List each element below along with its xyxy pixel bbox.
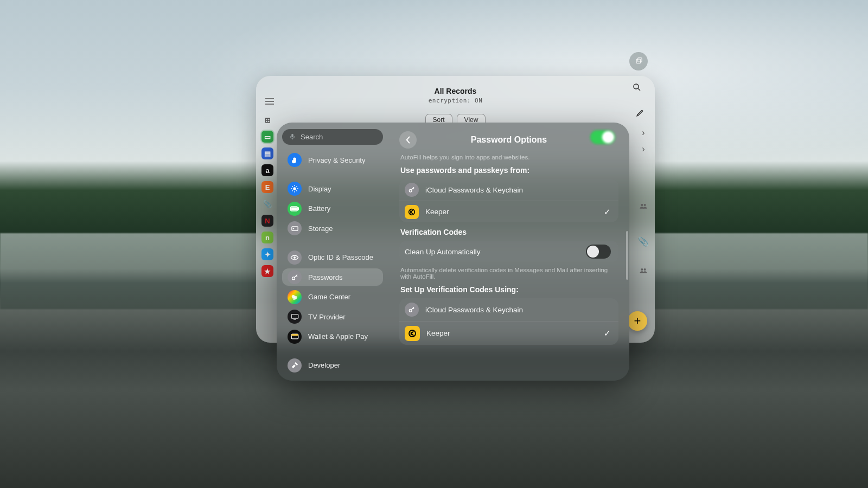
cleanup-hint: Automatically delete verification codes … (400, 267, 618, 280)
sidebar-item-label: Wallet & Apple Pay (308, 332, 368, 341)
svg-point-27 (292, 277, 295, 279)
search-placeholder: Search (301, 133, 323, 141)
sidebar-item-developer[interactable]: Developer (282, 356, 383, 374)
attach-icon[interactable]: 📎 (638, 236, 649, 247)
key-icon (405, 303, 419, 317)
rail-item[interactable]: ✦ (261, 248, 273, 260)
setup-provider-icloud[interactable]: iCloud Passwords & Keychain (399, 298, 618, 321)
hand-icon (288, 153, 302, 167)
svg-line-18 (296, 191, 297, 191)
sidebar-item-label: Game Center (308, 293, 350, 301)
svg-point-8 (644, 204, 646, 206)
chevron-right-icon[interactable]: › (642, 144, 644, 154)
sidebar-item-display[interactable]: Display (282, 180, 383, 198)
svg-point-30 (293, 297, 296, 300)
svg-point-26 (294, 256, 296, 258)
tv-icon (288, 310, 302, 324)
svg-point-9 (641, 268, 643, 271)
svg-point-10 (644, 268, 646, 271)
svg-point-25 (293, 228, 293, 229)
svg-line-19 (296, 187, 297, 187)
chevron-right-icon[interactable]: › (642, 128, 644, 138)
setup-provider-keeper[interactable]: Keeper ✓ (399, 321, 618, 345)
sidebar-item-optic[interactable]: Optic ID & Passcode (282, 248, 383, 266)
sidebar-item-battery[interactable]: Battery (282, 200, 383, 218)
svg-rect-24 (291, 227, 297, 231)
sidebar-item-wallet[interactable]: Wallet & Apple Pay (282, 328, 383, 345)
provider-keeper[interactable]: Keeper ✓ (399, 201, 618, 222)
add-button[interactable]: + (628, 311, 647, 331)
sidebar-item-label: Passwords (308, 273, 343, 281)
provider-label: Keeper (426, 329, 597, 337)
svg-rect-31 (291, 314, 298, 319)
sidebar-item-label: Display (308, 185, 331, 193)
autofill-toggle[interactable] (590, 130, 615, 144)
svg-point-36 (409, 209, 415, 215)
use-from-label: Use passwords and passkeys from: (400, 166, 617, 175)
svg-rect-0 (636, 59, 641, 63)
rail-item[interactable]: n (261, 232, 273, 243)
rail-item[interactable]: ▤ (261, 147, 273, 159)
sidebar-item-label: Developer (308, 361, 340, 369)
keeper-icon (405, 205, 419, 219)
sidebar-item-label: Privacy & Security (308, 156, 365, 164)
detail-title: Password Options (399, 135, 618, 145)
provider-label: iCloud Passwords & Keychain (425, 186, 611, 194)
svg-rect-1 (637, 57, 642, 62)
providers-group: iCloud Passwords & Keychain Keeper ✓ (399, 179, 618, 222)
storage-icon (288, 221, 302, 235)
rail-item[interactable]: ★ (261, 265, 273, 277)
records-subtitle: encryption: ON (256, 97, 655, 104)
sidebar-item-game-center[interactable]: Game Center (282, 288, 383, 306)
people-icon[interactable] (639, 267, 648, 274)
sun-icon (288, 182, 302, 196)
sidebar-item-label: Optic ID & Passcode (308, 253, 373, 261)
svg-point-35 (409, 189, 412, 192)
svg-point-7 (641, 204, 643, 206)
rail-item[interactable]: a (261, 164, 273, 176)
sidebar-item-storage[interactable]: Storage (282, 220, 383, 237)
detail-pane: Password Options AutoFill helps you sign… (387, 123, 629, 381)
records-title: All Records (256, 87, 655, 95)
svg-rect-11 (291, 134, 293, 137)
sidebar-item-tv-provider[interactable]: TV Provider (282, 308, 383, 326)
key-icon (288, 270, 302, 284)
window-control-button[interactable] (629, 52, 648, 70)
setup-label: Set Up Verification Codes Using: (400, 285, 617, 294)
rail-attach-icon[interactable]: 📎 (261, 198, 273, 210)
provider-label: Keeper (425, 208, 597, 216)
records-category-rail: ⊞ ▭ ▤ a E 📎 N n ✦ ★ (259, 114, 276, 277)
scrollbar[interactable] (626, 231, 628, 280)
search-input[interactable]: Search (282, 129, 383, 145)
cleanup-label: Clean Up Automatically (405, 248, 579, 256)
cleanup-row[interactable]: Clean Up Automatically (399, 241, 618, 262)
provider-icloud[interactable]: iCloud Passwords & Keychain (399, 179, 618, 201)
rail-item[interactable]: E (261, 181, 273, 193)
svg-line-17 (292, 187, 292, 187)
people-icon[interactable] (639, 203, 648, 209)
svg-rect-23 (291, 207, 297, 210)
rail-all-icon[interactable]: ⊞ (261, 114, 273, 126)
svg-line-20 (292, 191, 292, 191)
svg-rect-34 (291, 334, 298, 336)
keeper-icon (405, 326, 420, 341)
mic-icon (289, 133, 296, 140)
sidebar-item-passwords[interactable]: Passwords (282, 268, 383, 286)
svg-point-12 (293, 188, 296, 190)
autofill-hint: AutoFill helps you sign into apps and we… (400, 154, 618, 160)
sidebar-item-label: TV Provider (308, 313, 346, 321)
cleanup-toggle[interactable] (586, 245, 611, 259)
hammer-icon (288, 358, 302, 373)
provider-label: iCloud Passwords & Keychain (425, 306, 611, 314)
verification-label: Verification Codes (400, 228, 617, 236)
battery-icon (288, 202, 302, 216)
key-icon (405, 183, 419, 197)
check-icon: ✓ (604, 329, 611, 338)
sidebar-item-label: Battery (308, 204, 330, 213)
eye-icon (288, 251, 302, 265)
sidebar-item-label: Storage (308, 224, 333, 233)
rail-item[interactable]: N (261, 215, 273, 227)
rail-item[interactable]: ▭ (261, 131, 273, 143)
game-center-icon (288, 290, 302, 304)
sidebar-item-privacy[interactable]: Privacy & Security (282, 151, 383, 169)
